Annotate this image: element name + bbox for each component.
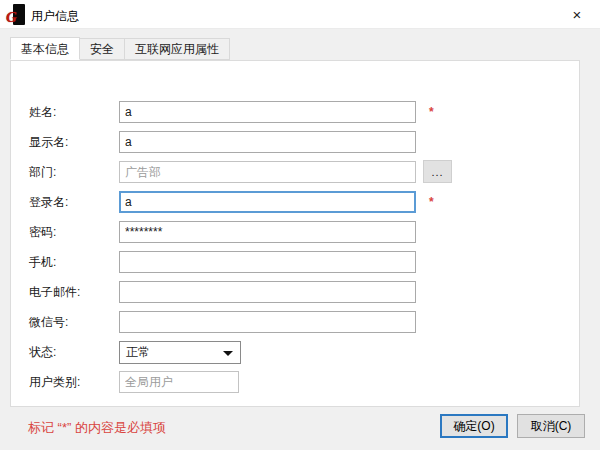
app-logo-icon: G (6, 4, 26, 25)
department-label: 部门: (29, 164, 119, 181)
login-name-label: 登录名: (29, 194, 119, 211)
email-label: 电子邮件: (29, 284, 119, 301)
form-row-status: 状态: 正常 (29, 341, 241, 363)
mobile-label: 手机: (29, 254, 119, 271)
chevron-down-icon (223, 351, 233, 356)
form-row-password: 密码: (29, 221, 416, 243)
login-name-field[interactable] (119, 191, 416, 213)
user-category-label: 用户类别: (29, 374, 119, 391)
department-browse-button[interactable]: ... (423, 160, 452, 183)
required-fields-note: 标记 “*” 的内容是必填项 (28, 419, 166, 437)
display-name-label: 显示名: (29, 134, 119, 151)
status-dropdown-value: 正常 (126, 344, 150, 361)
name-label: 姓名: (29, 104, 119, 121)
tab-security[interactable]: 安全 (80, 38, 125, 60)
form-row-email: 电子邮件: (29, 281, 416, 303)
form-row-mobile: 手机: (29, 251, 416, 273)
form-row-display-name: 显示名: (29, 131, 416, 153)
name-required-asterisk: * (429, 105, 434, 119)
title-bar: G 用户信息 × (0, 0, 600, 29)
form-row-user-category: 用户类别: (29, 371, 239, 393)
password-field[interactable] (119, 221, 416, 243)
form-row-wechat: 微信号: (29, 311, 416, 333)
user-category-field (119, 371, 239, 393)
tab-strip: 基本信息 安全 互联网应用属性 (10, 38, 230, 60)
display-name-field[interactable] (119, 131, 416, 153)
form-row-department: 部门: (29, 161, 416, 183)
form-row-name: 姓名: (29, 101, 416, 123)
department-field[interactable] (119, 161, 416, 183)
status-dropdown[interactable]: 正常 (119, 341, 241, 364)
user-info-dialog: { "window": { "title": "用户信息", "close_la… (0, 0, 600, 450)
login-name-required-asterisk: * (429, 195, 434, 209)
close-icon[interactable]: × (564, 3, 590, 25)
status-label: 状态: (29, 344, 119, 361)
mobile-field[interactable] (119, 251, 416, 273)
wechat-field[interactable] (119, 311, 416, 333)
window-title: 用户信息 (31, 8, 79, 25)
cancel-button[interactable]: 取消(C) (517, 414, 585, 438)
form-row-login-name: 登录名: (29, 191, 416, 213)
password-label: 密码: (29, 224, 119, 241)
ok-button[interactable]: 确定(O) (440, 414, 508, 438)
tab-basic-info[interactable]: 基本信息 (10, 37, 80, 60)
basic-info-panel: 姓名: * 显示名: 部门: ... 登录名: * 密码: 手机: 电子邮件: … (10, 60, 580, 407)
wechat-label: 微信号: (29, 314, 119, 331)
tab-internet-app-properties[interactable]: 互联网应用属性 (125, 38, 230, 60)
email-field[interactable] (119, 281, 416, 303)
name-field[interactable] (119, 101, 416, 123)
